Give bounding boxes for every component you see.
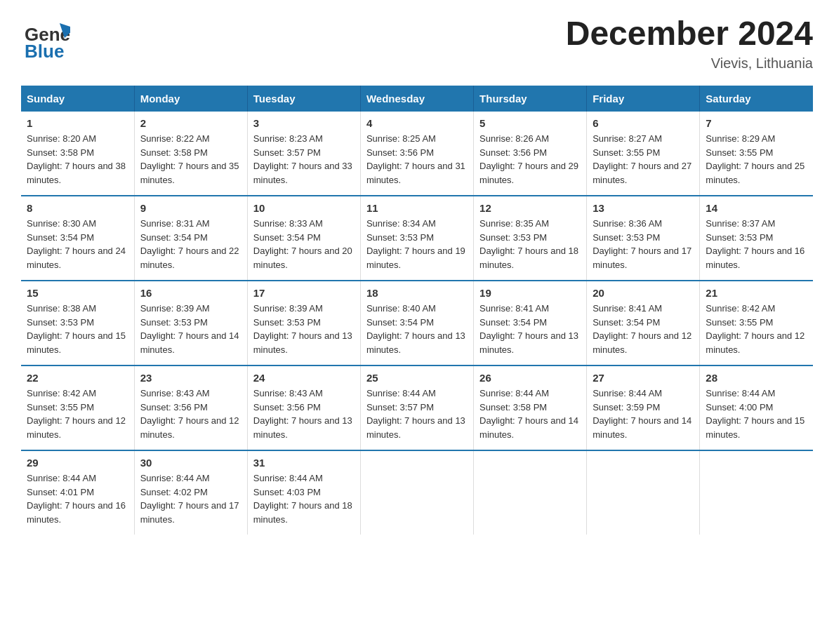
day-number: 16 bbox=[140, 287, 241, 299]
logo: General Blue bbox=[21, 14, 70, 63]
day-number: 31 bbox=[253, 457, 355, 469]
day-number: 13 bbox=[593, 202, 694, 214]
day-info: Sunrise: 8:27 AMSunset: 3:55 PMDaylight:… bbox=[593, 132, 694, 187]
calendar-cell: 24Sunrise: 8:43 AMSunset: 3:56 PMDayligh… bbox=[247, 365, 360, 450]
day-info: Sunrise: 8:20 AMSunset: 3:58 PMDaylight:… bbox=[27, 132, 128, 187]
day-info: Sunrise: 8:31 AMSunset: 3:54 PMDaylight:… bbox=[140, 217, 241, 271]
day-number: 5 bbox=[479, 117, 581, 129]
calendar-cell: 23Sunrise: 8:43 AMSunset: 3:56 PMDayligh… bbox=[134, 365, 247, 450]
calendar-cell bbox=[360, 450, 473, 535]
day-info: Sunrise: 8:37 AMSunset: 3:53 PMDaylight:… bbox=[706, 217, 807, 271]
day-number: 15 bbox=[27, 287, 128, 299]
week-row-1: 1Sunrise: 8:20 AMSunset: 3:58 PMDaylight… bbox=[21, 112, 813, 196]
day-number: 22 bbox=[27, 372, 128, 384]
calendar-cell: 29Sunrise: 8:44 AMSunset: 4:01 PMDayligh… bbox=[21, 450, 134, 535]
day-info: Sunrise: 8:35 AMSunset: 3:53 PMDaylight:… bbox=[479, 217, 581, 271]
calendar-cell bbox=[474, 450, 587, 535]
day-number: 20 bbox=[593, 287, 694, 299]
calendar-cell: 7Sunrise: 8:29 AMSunset: 3:55 PMDaylight… bbox=[700, 112, 813, 196]
day-info: Sunrise: 8:33 AMSunset: 3:54 PMDaylight:… bbox=[253, 217, 355, 271]
calendar-cell: 9Sunrise: 8:31 AMSunset: 3:54 PMDaylight… bbox=[134, 196, 247, 281]
subtitle: Vievis, Lithuania bbox=[566, 55, 813, 72]
calendar-cell: 18Sunrise: 8:40 AMSunset: 3:54 PMDayligh… bbox=[360, 281, 473, 365]
calendar-cell: 21Sunrise: 8:42 AMSunset: 3:55 PMDayligh… bbox=[700, 281, 813, 365]
day-info: Sunrise: 8:44 AMSunset: 3:59 PMDaylight:… bbox=[593, 387, 694, 441]
calendar-cell: 19Sunrise: 8:41 AMSunset: 3:54 PMDayligh… bbox=[474, 281, 587, 365]
day-info: Sunrise: 8:41 AMSunset: 3:54 PMDaylight:… bbox=[593, 302, 694, 356]
calendar-cell: 3Sunrise: 8:23 AMSunset: 3:57 PMDaylight… bbox=[247, 112, 360, 196]
day-number: 27 bbox=[593, 372, 694, 384]
calendar-cell: 22Sunrise: 8:42 AMSunset: 3:55 PMDayligh… bbox=[21, 365, 134, 450]
day-info: Sunrise: 8:44 AMSunset: 4:00 PMDaylight:… bbox=[706, 387, 807, 441]
calendar-cell: 11Sunrise: 8:34 AMSunset: 3:53 PMDayligh… bbox=[360, 196, 473, 281]
day-number: 6 bbox=[593, 117, 694, 129]
day-number: 29 bbox=[27, 457, 128, 469]
day-number: 9 bbox=[140, 202, 241, 214]
calendar-cell: 6Sunrise: 8:27 AMSunset: 3:55 PMDaylight… bbox=[587, 112, 700, 196]
day-number: 10 bbox=[253, 202, 355, 214]
day-number: 17 bbox=[253, 287, 355, 299]
calendar-header-row: SundayMondayTuesdayWednesdayThursdayFrid… bbox=[21, 86, 813, 112]
day-info: Sunrise: 8:23 AMSunset: 3:57 PMDaylight:… bbox=[253, 132, 355, 187]
day-info: Sunrise: 8:44 AMSunset: 4:03 PMDaylight:… bbox=[253, 471, 355, 526]
calendar-cell: 16Sunrise: 8:39 AMSunset: 3:53 PMDayligh… bbox=[134, 281, 247, 365]
day-info: Sunrise: 8:22 AMSunset: 3:58 PMDaylight:… bbox=[140, 132, 241, 187]
calendar-cell bbox=[587, 450, 700, 535]
day-number: 3 bbox=[253, 117, 355, 129]
day-info: Sunrise: 8:39 AMSunset: 3:53 PMDaylight:… bbox=[253, 302, 355, 356]
day-info: Sunrise: 8:43 AMSunset: 3:56 PMDaylight:… bbox=[140, 387, 241, 441]
calendar-table: SundayMondayTuesdayWednesdayThursdayFrid… bbox=[21, 86, 813, 535]
calendar-cell: 31Sunrise: 8:44 AMSunset: 4:03 PMDayligh… bbox=[247, 450, 360, 535]
day-info: Sunrise: 8:25 AMSunset: 3:56 PMDaylight:… bbox=[366, 132, 468, 187]
day-info: Sunrise: 8:42 AMSunset: 3:55 PMDaylight:… bbox=[706, 302, 807, 356]
day-info: Sunrise: 8:44 AMSunset: 4:02 PMDaylight:… bbox=[140, 471, 241, 526]
day-info: Sunrise: 8:42 AMSunset: 3:55 PMDaylight:… bbox=[27, 387, 128, 441]
header-sunday: Sunday bbox=[21, 86, 134, 112]
calendar-cell: 14Sunrise: 8:37 AMSunset: 3:53 PMDayligh… bbox=[700, 196, 813, 281]
calendar-cell: 1Sunrise: 8:20 AMSunset: 3:58 PMDaylight… bbox=[21, 112, 134, 196]
day-info: Sunrise: 8:34 AMSunset: 3:53 PMDaylight:… bbox=[366, 217, 468, 271]
day-number: 21 bbox=[706, 287, 807, 299]
day-info: Sunrise: 8:44 AMSunset: 4:01 PMDaylight:… bbox=[27, 471, 128, 526]
header-wednesday: Wednesday bbox=[360, 86, 473, 112]
week-row-3: 15Sunrise: 8:38 AMSunset: 3:53 PMDayligh… bbox=[21, 281, 813, 365]
calendar-cell: 28Sunrise: 8:44 AMSunset: 4:00 PMDayligh… bbox=[700, 365, 813, 450]
day-number: 28 bbox=[706, 372, 807, 384]
day-info: Sunrise: 8:29 AMSunset: 3:55 PMDaylight:… bbox=[706, 132, 807, 187]
day-number: 30 bbox=[140, 457, 241, 469]
calendar-cell: 5Sunrise: 8:26 AMSunset: 3:56 PMDaylight… bbox=[474, 112, 587, 196]
day-info: Sunrise: 8:30 AMSunset: 3:54 PMDaylight:… bbox=[27, 217, 128, 271]
logo-icon: General Blue bbox=[21, 14, 70, 63]
day-info: Sunrise: 8:39 AMSunset: 3:53 PMDaylight:… bbox=[140, 302, 241, 356]
day-number: 2 bbox=[140, 117, 241, 129]
day-number: 25 bbox=[366, 372, 468, 384]
day-number: 4 bbox=[366, 117, 468, 129]
calendar-cell: 2Sunrise: 8:22 AMSunset: 3:58 PMDaylight… bbox=[134, 112, 247, 196]
day-number: 26 bbox=[479, 372, 581, 384]
day-number: 24 bbox=[253, 372, 355, 384]
calendar-cell: 12Sunrise: 8:35 AMSunset: 3:53 PMDayligh… bbox=[474, 196, 587, 281]
day-number: 11 bbox=[366, 202, 468, 214]
day-info: Sunrise: 8:40 AMSunset: 3:54 PMDaylight:… bbox=[366, 302, 468, 356]
calendar-cell: 13Sunrise: 8:36 AMSunset: 3:53 PMDayligh… bbox=[587, 196, 700, 281]
header-saturday: Saturday bbox=[700, 86, 813, 112]
day-info: Sunrise: 8:36 AMSunset: 3:53 PMDaylight:… bbox=[593, 217, 694, 271]
calendar-cell: 10Sunrise: 8:33 AMSunset: 3:54 PMDayligh… bbox=[247, 196, 360, 281]
calendar-cell: 27Sunrise: 8:44 AMSunset: 3:59 PMDayligh… bbox=[587, 365, 700, 450]
day-number: 7 bbox=[706, 117, 807, 129]
day-number: 12 bbox=[479, 202, 581, 214]
day-number: 8 bbox=[27, 202, 128, 214]
header-monday: Monday bbox=[134, 86, 247, 112]
day-number: 19 bbox=[479, 287, 581, 299]
calendar-cell: 4Sunrise: 8:25 AMSunset: 3:56 PMDaylight… bbox=[360, 112, 473, 196]
title-block: December 2024 Vievis, Lithuania bbox=[566, 14, 813, 72]
day-info: Sunrise: 8:44 AMSunset: 3:58 PMDaylight:… bbox=[479, 387, 581, 441]
day-info: Sunrise: 8:26 AMSunset: 3:56 PMDaylight:… bbox=[479, 132, 581, 187]
calendar-cell: 25Sunrise: 8:44 AMSunset: 3:57 PMDayligh… bbox=[360, 365, 473, 450]
calendar-cell: 8Sunrise: 8:30 AMSunset: 3:54 PMDaylight… bbox=[21, 196, 134, 281]
main-title: December 2024 bbox=[566, 14, 813, 53]
day-info: Sunrise: 8:44 AMSunset: 3:57 PMDaylight:… bbox=[366, 387, 468, 441]
day-number: 14 bbox=[706, 202, 807, 214]
week-row-5: 29Sunrise: 8:44 AMSunset: 4:01 PMDayligh… bbox=[21, 450, 813, 535]
page-header: General Blue December 2024 Vievis, Lithu… bbox=[21, 14, 813, 72]
